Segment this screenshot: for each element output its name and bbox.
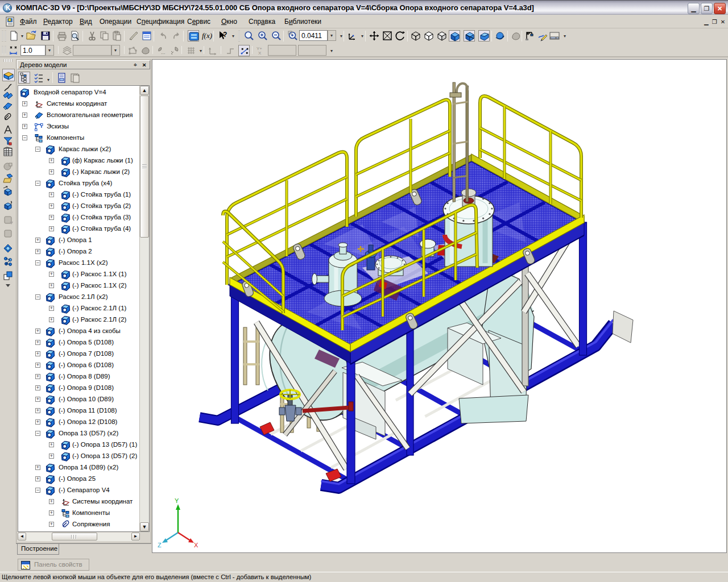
svg-text:Y: Y	[175, 497, 179, 504]
svg-text:f(x): f(x)	[202, 31, 212, 40]
svg-text:...: ...	[161, 49, 166, 55]
svg-text:X: X	[258, 51, 262, 56]
svg-text:X: X	[194, 542, 198, 548]
svg-text:Z: Z	[158, 542, 162, 548]
svg-text:?: ?	[223, 31, 227, 39]
